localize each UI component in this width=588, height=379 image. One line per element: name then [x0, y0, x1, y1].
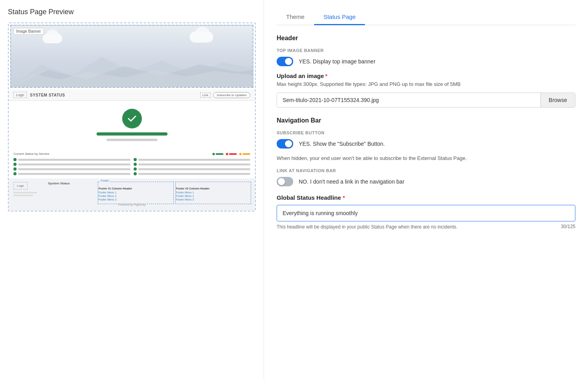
legend-yellow-dot: [239, 153, 242, 155]
cloud-left-decoration: [43, 33, 62, 43]
global-headline-input[interactable]: [277, 205, 575, 221]
browse-button[interactable]: Browse: [540, 93, 575, 107]
preview-footer: Logo System Status Footer Footer #1 Colu…: [9, 178, 255, 211]
char-count: 30/125: [561, 224, 575, 229]
service-dot: [134, 163, 137, 166]
tab-theme[interactable]: Theme: [277, 9, 314, 25]
service-row: [134, 163, 251, 166]
legend-red-dot: [226, 153, 228, 155]
footer-logo: Logo: [13, 182, 28, 190]
preview-status-bar-gray: [106, 139, 158, 141]
right-panel: Theme Status Page Header TOP IMAGE BANNE…: [264, 0, 588, 379]
footer-inner: Logo System Status Footer Footer #1 Colu…: [13, 182, 250, 202]
service-row: [13, 163, 130, 166]
preview-nav-bar: Logo SYSTEM STATUS Link Subscribe to Upd…: [9, 89, 255, 101]
preview-status-bar-green: [97, 132, 167, 136]
subscribe-toggle[interactable]: [277, 139, 293, 149]
service-row: [13, 172, 130, 175]
service-dot: [13, 158, 17, 161]
footer-col1: Footer Footer #1 Column Header Footer Me…: [99, 182, 173, 202]
toggle-knob: [278, 178, 285, 185]
global-headline-hint: This headline will be displayed in your …: [277, 224, 556, 230]
upload-label: Upload an image*: [277, 72, 575, 79]
service-row: [13, 158, 130, 161]
legend-green: [212, 153, 223, 155]
upload-desc: Max height 300px. Supported file types: …: [277, 81, 575, 88]
preview-nav-logo: Logo: [13, 92, 27, 98]
top-image-banner-label: TOP IMAGE BANNER: [277, 48, 575, 53]
service-bar: [18, 163, 130, 165]
global-headline-required: *: [342, 194, 345, 201]
legend-green-bar: [216, 153, 223, 155]
service-bar: [18, 168, 130, 170]
top-image-banner-toggle[interactable]: [277, 57, 293, 66]
service-bar: [138, 173, 251, 175]
service-bar: [138, 159, 251, 161]
global-status-section: Global Status Headline * This headline w…: [277, 194, 575, 230]
nav-bar-section: Navigation Bar SUBSCRIBE BUTTON YES. Sho…: [277, 117, 575, 186]
footer-brand: System Status: [48, 182, 95, 185]
legend-yellow: [239, 153, 250, 155]
subscribe-button-label: SUBSCRIBE BUTTON: [277, 130, 575, 135]
link-toggle-label: NO. I don't need a link in the navigatio…: [299, 178, 404, 185]
link-at-nav-label: LINK AT NAVIGATION BAR: [277, 168, 575, 173]
services-grid: [13, 158, 250, 175]
mountain-decoration: [11, 49, 253, 87]
file-input[interactable]: [277, 93, 540, 107]
image-banner: Image Banner: [10, 25, 253, 88]
legend-green-dot: [212, 153, 215, 155]
service-bar: [138, 168, 251, 170]
header-section-title: Header: [277, 35, 575, 42]
global-headline-label: Global Status Headline *: [277, 194, 575, 201]
preview-container: Image Banner Logo SYSTEM STATUS Link Sub…: [8, 22, 256, 212]
preview-nav-title: SYSTEM STATUS: [30, 93, 65, 97]
preview-status-area: [9, 101, 255, 149]
left-panel: Status Page Preview Image Banner Logo SY…: [0, 0, 264, 379]
service-bar: [138, 163, 251, 165]
subscribe-toggle-label: YES. Show the "Subscribe" Button.: [299, 141, 385, 147]
services-title: Current Status by Service: [13, 152, 49, 156]
panel-title: Status Page Preview: [8, 8, 256, 16]
service-dot: [134, 158, 137, 161]
image-banner-label: Image Banner: [13, 28, 44, 35]
preview-subscribe-btn: Subscribe to Updates: [213, 92, 251, 98]
preview-services-section: Current Status by Service: [9, 149, 255, 178]
service-row: [13, 167, 130, 171]
legend-red-bar: [229, 153, 237, 155]
service-dot: [13, 163, 17, 166]
footer-logo-cell: Logo: [13, 182, 45, 196]
top-image-banner-toggle-label: YES. Display top image banner: [299, 58, 376, 65]
toggle-knob: [285, 140, 292, 147]
link-toggle-row: NO. I don't need a link in the navigatio…: [277, 177, 575, 186]
link-nav-toggle[interactable]: [277, 177, 293, 186]
service-row: [134, 172, 251, 175]
global-headline-footer: This headline will be displayed in your …: [277, 224, 575, 230]
navigation-bar-title: Navigation Bar: [277, 117, 575, 124]
footer-label: Footer: [100, 179, 110, 182]
subscribe-desc: When hidden, your end user won't be able…: [277, 155, 575, 162]
service-dot: [134, 167, 137, 171]
legend-yellow-bar: [242, 153, 250, 155]
file-input-row[interactable]: Browse: [277, 93, 575, 108]
tabs-row[interactable]: Theme Status Page: [277, 9, 575, 25]
tab-status-page[interactable]: Status Page: [314, 9, 365, 25]
services-header: Current Status by Service: [13, 152, 250, 156]
subscribe-toggle-row: YES. Show the "Subscribe" Button.: [277, 139, 575, 149]
top-image-banner-toggle-row: YES. Display top image banner: [277, 57, 575, 66]
preview-nav-link: Link: [200, 93, 211, 98]
service-bar: [18, 173, 130, 175]
services-legend: [212, 153, 250, 155]
status-check-circle: [122, 109, 142, 128]
legend-red: [226, 153, 237, 155]
service-row: [134, 167, 251, 171]
service-dot: [13, 167, 17, 171]
service-dot: [134, 172, 137, 175]
preview-nav-right: Link Subscribe to Updates: [200, 92, 250, 98]
check-icon: [127, 113, 138, 124]
service-row: [134, 158, 251, 161]
service-bar: [18, 159, 130, 161]
toggle-knob: [285, 58, 292, 65]
footer-brand-cell: System Status: [48, 182, 95, 185]
upload-required-asterisk: *: [325, 72, 327, 79]
footer-col2: Footer #2 Column Header Footer Menu 1 Fo…: [176, 182, 251, 202]
